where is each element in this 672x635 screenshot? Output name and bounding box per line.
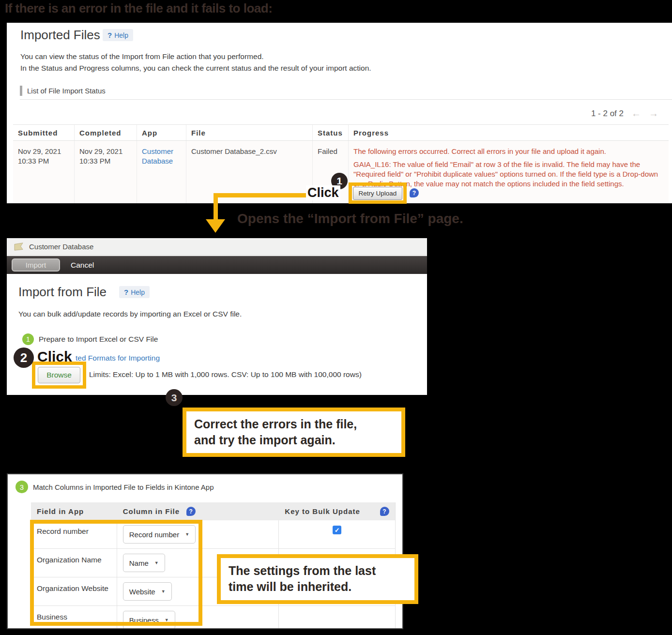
caret-down-icon: ▼ [165, 618, 169, 622]
caret-down-icon: ▼ [185, 532, 189, 537]
step-3-badge: 3 [166, 389, 183, 406]
field-label: Organization Name [31, 549, 117, 577]
flow-arrow-head-icon [206, 219, 225, 233]
toolbar: Import Cancel [7, 256, 427, 274]
field-label: Organization Website [31, 577, 117, 605]
dropdown-value: Record number [129, 530, 179, 539]
step-label: Prepare to Import Excel or CSV File [39, 335, 158, 344]
caret-down-icon: ▼ [161, 589, 166, 594]
panel-description: You can view the status of the Import fr… [20, 51, 371, 74]
panel-heading: Match Columns in Imported File to Fields… [33, 483, 214, 491]
question-balloon-icon[interactable]: ? [380, 507, 389, 516]
callout-line: time will be inherited. [229, 579, 407, 595]
dropdown-value: Business [129, 616, 159, 624]
panel-heading: Import from File [18, 285, 107, 300]
caret-down-icon: ▼ [154, 560, 159, 565]
help-label: Help [114, 31, 128, 39]
completed-cell: Nov 29, 2021 10:33 PM [74, 141, 137, 203]
step-number-badge: 1 [22, 333, 34, 345]
flow-arrow-horizontal [216, 193, 307, 197]
retry-upload-highlight: Retry Upload [349, 182, 407, 204]
divider [20, 99, 672, 100]
fix-errors-callout: Correct the errors in the file, and try … [183, 408, 405, 457]
page-title: If there is an error in the file and it … [5, 1, 272, 16]
column-header-app: App [137, 125, 186, 140]
description-line: In the Status and Progress columns, you … [20, 62, 371, 74]
app-link-line: Database [142, 156, 181, 166]
field-label: Business [31, 606, 117, 629]
match-columns-panel: 3 Match Columns in Imported File to Fiel… [7, 473, 403, 629]
submitted-date: Nov 29, 2021 [18, 147, 69, 156]
browse-button[interactable]: Browse [38, 367, 80, 383]
app-link[interactable]: Customer Database [142, 147, 181, 166]
pagination-prev-icon[interactable]: ← [631, 108, 641, 119]
callout-line: and try the import again. [194, 432, 394, 448]
question-balloon-icon[interactable]: ? [186, 507, 196, 516]
step-2-badge: 2 [14, 348, 34, 368]
cancel-button[interactable]: Cancel [71, 261, 94, 270]
browse-highlight: Browse [32, 362, 86, 389]
column-header-progress: Progress [348, 125, 669, 140]
column-cell: Business ▼ [117, 606, 279, 629]
dropdown-value: Website [129, 588, 155, 596]
import-status-table: Submitted Completed App File Status Prog… [13, 124, 669, 203]
callout-line: The settings from the last [229, 563, 407, 579]
app-bar: Customer Database [7, 238, 427, 256]
error-message: The following errors occurred. Correct a… [353, 147, 664, 156]
dropdown-value: Name [129, 559, 149, 567]
pagination-range: 1 - 2 of 2 [591, 109, 624, 119]
column-header-column: Column in File ? [117, 507, 279, 516]
page: If there is an error in the file and it … [0, 0, 672, 635]
column-header-label: Key to Bulk Update [285, 507, 360, 515]
column-dropdown[interactable]: Record number ▼ [123, 525, 196, 544]
click-annotation: Click [36, 348, 74, 365]
app-cell: Customer Database [137, 141, 186, 203]
column-header-submitted: Submitted [13, 125, 74, 140]
pagination-next-icon[interactable]: → [649, 108, 658, 119]
help-link[interactable]: ? Help [119, 286, 150, 298]
column-dropdown[interactable]: Business ▼ [123, 611, 175, 629]
question-balloon-icon[interactable]: ? [410, 188, 419, 197]
column-header-status: Status [312, 125, 348, 140]
column-header-file: File [186, 125, 312, 140]
key-checkbox[interactable]: ✓ [333, 526, 341, 534]
help-question-icon: ? [124, 288, 128, 296]
import-button[interactable]: Import [12, 258, 60, 272]
table-header-row: Submitted Completed App File Status Prog… [13, 124, 669, 141]
key-cell: ✓ [279, 520, 395, 548]
column-header-label: Column in File [123, 507, 180, 515]
description-line: You can view the status of the Import fr… [20, 51, 371, 62]
submitted-cell: Nov 29, 2021 10:33 PM [13, 141, 74, 203]
table-row: Record number Record number ▼ ✓ [31, 520, 395, 549]
app-name: Customer Database [29, 242, 93, 251]
key-cell [279, 606, 395, 629]
callout-line: Correct the errors in the file, [194, 416, 394, 432]
app-link-line: Customer [142, 147, 181, 156]
column-cell: Record number ▼ [117, 520, 279, 548]
table-row: Nov 29, 2021 10:33 PM Nov 29, 2021 10:33… [13, 141, 669, 203]
column-header-field: Field in App [31, 507, 117, 515]
section-title: List of File Import Status [20, 86, 106, 96]
column-header-completed: Completed [74, 125, 137, 140]
help-label: Help [131, 288, 145, 296]
column-dropdown[interactable]: Name ▼ [123, 554, 165, 572]
import-from-file-panel: Customer Database Import Cancel Import f… [7, 238, 427, 395]
table-row: Business Business ▼ [31, 606, 395, 629]
click-annotation: Click [306, 185, 340, 200]
field-label: Record number [31, 520, 117, 548]
completed-date: Nov 29, 2021 [79, 147, 132, 156]
imported-files-panel: Imported Files ? Help You can view the s… [7, 23, 672, 203]
app-flag-icon [14, 242, 24, 251]
retry-upload-button[interactable]: Retry Upload [353, 187, 403, 200]
step-number-badge: 3 [15, 481, 28, 493]
panel-description: You can bulk add/update records by impor… [18, 310, 242, 318]
help-link[interactable]: ? Help [103, 29, 133, 41]
column-dropdown[interactable]: Website ▼ [123, 582, 172, 601]
settings-inherited-callout: The settings from the last time will be … [217, 554, 418, 604]
arrow-caption: Opens the “Import from File” page. [237, 211, 463, 227]
checkmark-icon: ✓ [335, 527, 340, 534]
file-limits-text: Limits: Excel: Up to 1 MB with 1,000 row… [89, 370, 362, 379]
pagination: 1 - 2 of 2 ← → [591, 108, 658, 119]
help-question-icon: ? [107, 31, 112, 39]
supported-formats-link[interactable]: ted Formats for Importing [76, 354, 160, 363]
